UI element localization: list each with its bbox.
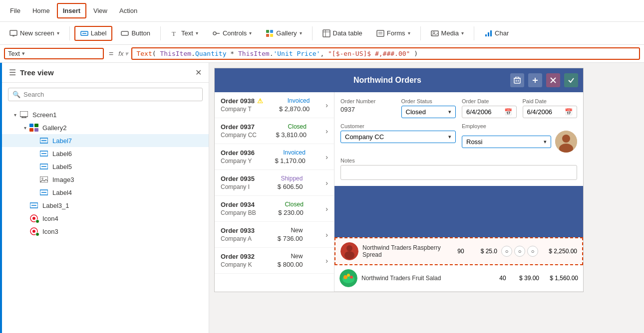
- order-0937-company: Company CC: [221, 132, 257, 139]
- text-button[interactable]: T Text ▾: [165, 26, 204, 40]
- gallery-button[interactable]: Gallery ▾: [260, 26, 307, 40]
- gallery-icon: [266, 29, 274, 37]
- svg-rect-24: [20, 111, 28, 117]
- order-item-0932[interactable]: Order 0932 Company K New $ 800.00 ›: [215, 248, 334, 274]
- menu-view[interactable]: View: [88, 4, 112, 17]
- order-0937-right: Closed $ 3,810.00: [276, 123, 306, 139]
- delete-icon[interactable]: [510, 73, 524, 87]
- tree-item-label3-1[interactable]: ▾ Label3_1: [2, 199, 209, 212]
- employee-field: Employee Rossi ▾: [462, 123, 577, 153]
- product-price-1: $ 25.0: [472, 248, 497, 255]
- row-controls-1: ○ ○ ○: [501, 246, 538, 257]
- tree-body: ▾ Screen1 ▾: [2, 106, 209, 333]
- order-status-dropdown[interactable]: Closed ▾: [401, 106, 456, 118]
- order-0934-left: Order 0934 Company BB: [221, 201, 256, 216]
- tree-item-label7[interactable]: ▾ Label7: [2, 134, 209, 147]
- forms-button[interactable]: Forms ▾: [371, 26, 416, 40]
- order-0938-status: Invoiced: [288, 97, 310, 104]
- tree-search-input[interactable]: [23, 91, 198, 98]
- fx-indicator: fx ▾: [118, 50, 128, 57]
- paid-date-input[interactable]: 6/4/2006 📅: [523, 106, 578, 118]
- formula-input[interactable]: Text( ThisItem.Quantity * ThisItem.'Unit…: [131, 47, 640, 60]
- add-icon[interactable]: [528, 73, 542, 87]
- product-row-2[interactable]: Northwind Traders Fruit Salad 40 $ 39.00…: [334, 265, 583, 292]
- product-total-1: $ 2,250.00: [542, 248, 577, 255]
- equals-sign: =: [109, 49, 113, 58]
- order-date-value: 6/4/2006: [466, 108, 492, 116]
- order-item-0936[interactable]: Order 0936 Company Y Invoiced $ 1,170.00…: [215, 144, 334, 170]
- order-0933-left: Order 0933 Company A: [221, 227, 255, 242]
- formula-function: Text: [136, 50, 152, 57]
- chart-icon: [484, 29, 492, 37]
- search-icon: 🔍: [12, 91, 20, 98]
- media-caret: ▾: [461, 30, 464, 36]
- controls-icon: [212, 29, 220, 37]
- tree-item-icon3[interactable]: ▾ Icon3: [2, 225, 209, 238]
- menu-file[interactable]: File: [5, 4, 25, 17]
- customer-dropdown[interactable]: Company CC ▾: [340, 131, 456, 143]
- tree-item-label5[interactable]: ▾ Label5: [2, 160, 209, 173]
- close-icon[interactable]: [546, 73, 560, 87]
- order-item-0933[interactable]: Order 0933 Company A New $ 736.00 ›: [215, 222, 334, 248]
- text-icon: T: [171, 29, 179, 37]
- datatable-button[interactable]: Data table: [317, 26, 368, 40]
- menu-action[interactable]: Action: [114, 4, 142, 17]
- row-ctrl-btn-1a[interactable]: ○: [501, 246, 512, 257]
- notes-label: Notes: [340, 158, 577, 164]
- order-date-input[interactable]: 6/4/2006 📅: [462, 106, 517, 118]
- order-item-0934[interactable]: Order 0934 Company BB Closed $ 230.00 ›: [215, 196, 334, 222]
- order-0938-right: Invoiced $ 2,870.00: [279, 97, 310, 113]
- menu-home[interactable]: Home: [27, 4, 55, 17]
- formula-paren-close: ): [410, 50, 418, 57]
- app-preview: Northwind Orders: [214, 68, 584, 292]
- order-0937-status: Closed: [288, 123, 307, 130]
- customer-label: Customer: [340, 123, 456, 129]
- order-item-0938[interactable]: Order 0938 ⚠ Company T Invoiced $ 2,870.…: [215, 92, 334, 118]
- tree-item-image3[interactable]: ▾ Image3: [2, 173, 209, 186]
- separator-2: [160, 26, 161, 40]
- new-screen-button[interactable]: New screen ▾: [4, 26, 65, 40]
- app-header: Northwind Orders: [215, 68, 583, 92]
- customer-value: Company CC: [345, 133, 384, 141]
- employee-dropdown[interactable]: Rossi ▾: [462, 136, 551, 148]
- chevron-0933: ›: [325, 231, 328, 239]
- chart-button[interactable]: Char: [479, 26, 514, 40]
- order-0934-right: Closed $ 230.00: [278, 201, 304, 216]
- check-icon[interactable]: [564, 73, 578, 87]
- svg-point-67: [343, 275, 347, 279]
- hamburger-icon[interactable]: ☰: [9, 68, 16, 77]
- notes-input[interactable]: [340, 165, 577, 180]
- product-img-2: [339, 269, 357, 287]
- chevron-0932: ›: [325, 257, 328, 265]
- row-ctrl-btn-1c[interactable]: ○: [527, 246, 538, 257]
- media-button[interactable]: Media ▾: [425, 26, 469, 40]
- label-button[interactable]: Label: [74, 26, 113, 41]
- product-total-2: $ 1,560.00: [543, 275, 578, 282]
- order-item-0937[interactable]: Order 0937 Company CC Closed $ 3,810.00 …: [215, 118, 334, 144]
- formula-field-selector[interactable]: Text ▾: [4, 48, 104, 59]
- order-item-0935[interactable]: Order 0935 Company I Shipped $ 606.50 ›: [215, 170, 334, 196]
- tree-item-label4[interactable]: ▾ Label4: [2, 186, 209, 199]
- tree-close-button[interactable]: ✕: [195, 68, 202, 77]
- product-row-1[interactable]: Northwind Traders Raspberry Spread 90 $ …: [334, 237, 583, 265]
- tree-item-icon4[interactable]: ▾ Icon4: [2, 212, 209, 225]
- paid-date-label: Paid Date: [523, 98, 578, 104]
- menu-insert[interactable]: Insert: [57, 3, 86, 18]
- order-0932-num: Order 0932: [221, 253, 255, 260]
- tree-item-gallery2[interactable]: ▾ Gallery2: [2, 121, 209, 134]
- notes-field: Notes: [340, 158, 577, 180]
- order-status-field: Order Status Closed ▾: [401, 98, 456, 118]
- tree-item-label6[interactable]: ▾ Label6: [2, 147, 209, 160]
- canvas-area: Northwind Orders: [209, 63, 644, 333]
- gallery-caret: ▾: [300, 30, 302, 36]
- svg-rect-28: [29, 124, 33, 127]
- controls-button[interactable]: Controls ▾: [207, 26, 257, 40]
- tree-item-screen1[interactable]: ▾ Screen1: [2, 108, 209, 121]
- svg-rect-22: [488, 32, 489, 36]
- row-ctrl-btn-1b[interactable]: ○: [514, 246, 525, 257]
- button-button[interactable]: Button: [115, 26, 156, 40]
- employee-photo: [555, 131, 577, 153]
- tree-search-box[interactable]: 🔍: [8, 88, 203, 101]
- formula-thisitem2: ThisItem: [238, 50, 270, 57]
- label4-label: Label4: [52, 189, 72, 196]
